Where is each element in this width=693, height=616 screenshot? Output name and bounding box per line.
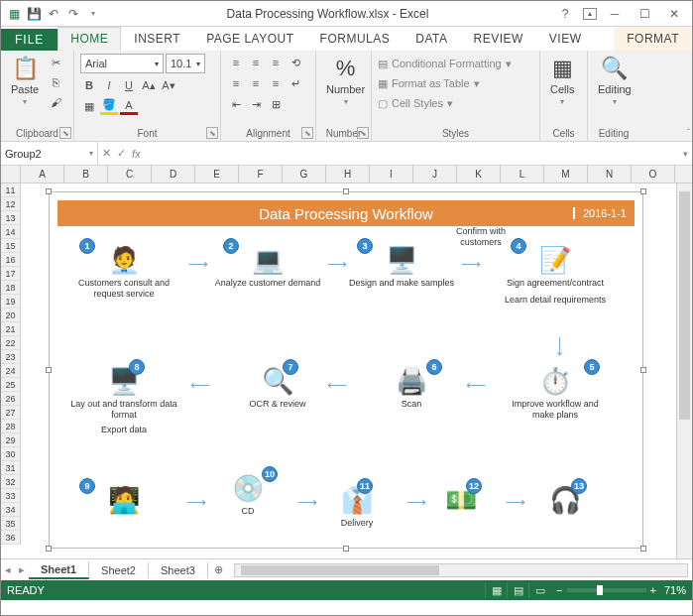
cell-styles-button[interactable]: ▢Cell Styles ▾: [378, 93, 512, 113]
tab-data[interactable]: DATA: [403, 27, 460, 51]
format-as-table-button[interactable]: ▦Format as Table ▾: [378, 73, 512, 93]
row-header[interactable]: 28: [1, 420, 21, 433]
column-header[interactable]: H: [326, 166, 370, 183]
orientation-icon[interactable]: ⟲: [287, 54, 304, 71]
format-painter-icon[interactable]: 🖌: [47, 93, 64, 111]
align-left-icon[interactable]: ≡: [227, 74, 245, 92]
column-header[interactable]: I: [370, 166, 413, 183]
column-header[interactable]: N: [588, 166, 632, 183]
row-header[interactable]: 27: [1, 406, 21, 420]
underline-icon[interactable]: U: [120, 76, 138, 94]
sheet-tab-3[interactable]: Sheet3: [149, 562, 208, 578]
tab-page-layout[interactable]: PAGE LAYOUT: [193, 27, 306, 51]
close-icon[interactable]: ✕: [662, 4, 686, 24]
cells-button[interactable]: ▦ Cells ▾: [546, 54, 578, 108]
conditional-formatting-button[interactable]: ▤Conditional Formatting ▾: [378, 54, 512, 73]
name-box[interactable]: Group2▾: [1, 142, 98, 165]
row-header[interactable]: 14: [1, 225, 21, 239]
view-normal-icon[interactable]: ▦: [485, 582, 507, 598]
sheet-tab-2[interactable]: Sheet2: [89, 562, 149, 578]
sheet-tab-1[interactable]: Sheet1: [29, 561, 89, 579]
cut-icon[interactable]: ✂: [47, 54, 64, 71]
tab-home[interactable]: HOME: [58, 27, 121, 51]
undo-icon[interactable]: ↶: [45, 5, 62, 23]
font-color-icon[interactable]: A: [120, 97, 138, 115]
tab-format[interactable]: FORMAT: [614, 27, 692, 51]
align-middle-icon[interactable]: ≡: [247, 54, 265, 71]
tab-file[interactable]: FILE: [1, 29, 58, 51]
row-header[interactable]: 30: [1, 447, 21, 461]
tab-review[interactable]: REVIEW: [460, 27, 535, 51]
redo-icon[interactable]: ↷: [64, 5, 82, 23]
alignment-launcher-icon[interactable]: ⬊: [301, 127, 313, 139]
row-header[interactable]: 26: [1, 392, 21, 406]
enter-formula-icon[interactable]: ✓: [117, 147, 126, 160]
align-bottom-icon[interactable]: ≡: [267, 54, 285, 71]
tab-view[interactable]: VIEW: [536, 27, 595, 51]
cancel-formula-icon[interactable]: ✕: [102, 147, 111, 160]
worksheet-grid[interactable]: 1112131415161718192021222324252627282930…: [1, 184, 692, 558]
row-header[interactable]: 22: [1, 336, 21, 350]
row-header[interactable]: 32: [1, 475, 21, 489]
decrease-indent-icon[interactable]: ⇤: [227, 95, 245, 113]
paste-button[interactable]: 📋 Paste ▾: [7, 54, 43, 108]
zoom-out-icon[interactable]: −: [556, 584, 562, 596]
column-header[interactable]: M: [544, 166, 588, 183]
column-header[interactable]: D: [152, 166, 195, 183]
shrink-font-icon[interactable]: A▾: [160, 76, 177, 94]
row-header[interactable]: 33: [1, 489, 21, 503]
column-header[interactable]: E: [195, 166, 239, 183]
row-header[interactable]: 36: [1, 531, 21, 545]
row-header[interactable]: 17: [1, 267, 21, 281]
row-header[interactable]: 18: [1, 281, 21, 295]
wrap-text-icon[interactable]: ↵: [287, 74, 304, 92]
column-header[interactable]: J: [413, 166, 457, 183]
row-header[interactable]: 29: [1, 433, 21, 447]
font-name-input[interactable]: Arial▾: [80, 54, 164, 73]
row-header[interactable]: 20: [1, 308, 21, 322]
zoom-level[interactable]: 71%: [664, 584, 686, 596]
column-header[interactable]: C: [108, 166, 152, 183]
column-header[interactable]: L: [501, 166, 544, 183]
select-all-corner[interactable]: [1, 166, 21, 183]
column-header[interactable]: A: [21, 166, 64, 183]
row-header[interactable]: 34: [1, 503, 21, 517]
fill-color-icon[interactable]: 🪣: [100, 97, 118, 115]
column-header[interactable]: G: [283, 166, 326, 183]
vertical-scrollbar[interactable]: [676, 184, 692, 558]
border-icon[interactable]: ▦: [80, 97, 98, 115]
column-header[interactable]: K: [457, 166, 501, 183]
font-size-input[interactable]: 10.1▾: [166, 54, 205, 73]
horizontal-scrollbar[interactable]: [234, 563, 688, 577]
ribbon-options-icon[interactable]: ▴: [583, 8, 597, 20]
row-header[interactable]: 35: [1, 517, 21, 531]
row-header[interactable]: 11: [1, 184, 21, 197]
save-icon[interactable]: 💾: [25, 5, 43, 23]
number-launcher-icon[interactable]: ⬊: [357, 127, 369, 139]
row-header[interactable]: 15: [1, 239, 21, 253]
row-header[interactable]: 12: [1, 197, 21, 211]
add-sheet-icon[interactable]: ⊕: [208, 563, 230, 576]
workflow-diagram-shape[interactable]: Data Processing Workflow 2016-1-1 1🧑‍💼Cu…: [49, 191, 643, 549]
row-header[interactable]: 25: [1, 378, 21, 392]
grow-font-icon[interactable]: A▴: [140, 76, 158, 94]
row-header[interactable]: 23: [1, 350, 21, 364]
bold-icon[interactable]: B: [80, 76, 98, 94]
font-launcher-icon[interactable]: ⬊: [206, 127, 218, 139]
copy-icon[interactable]: ⎘: [47, 73, 64, 91]
row-header[interactable]: 21: [1, 322, 21, 336]
view-page-layout-icon[interactable]: ▤: [507, 582, 528, 598]
qat-dropdown-icon[interactable]: ▾: [84, 5, 102, 23]
column-header[interactable]: O: [632, 166, 675, 183]
minimize-icon[interactable]: ─: [603, 4, 627, 24]
clipboard-launcher-icon[interactable]: ⬊: [59, 127, 71, 139]
help-icon[interactable]: ?: [553, 4, 577, 24]
row-header[interactable]: 31: [1, 461, 21, 475]
italic-icon[interactable]: I: [100, 76, 118, 94]
merge-icon[interactable]: ⊞: [267, 95, 285, 113]
formula-input[interactable]: [147, 148, 675, 160]
column-header[interactable]: B: [64, 166, 108, 183]
expand-formula-icon[interactable]: ▾: [679, 149, 692, 159]
row-header[interactable]: 19: [1, 295, 21, 308]
sheet-nav-last-icon[interactable]: ▸: [15, 563, 29, 576]
